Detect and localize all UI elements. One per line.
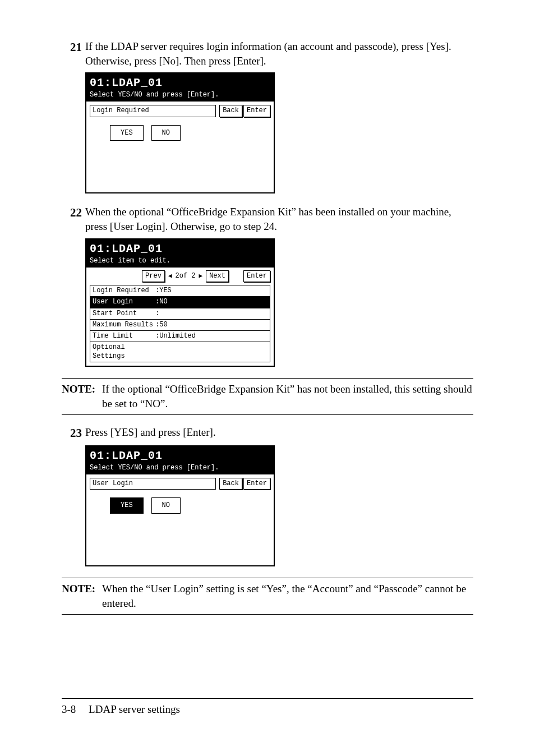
note-block: NOTE: When the “User Login” setting is s… xyxy=(62,578,473,614)
note-block: NOTE: If the optional “OfficeBridge Expa… xyxy=(62,378,473,414)
list-item-selected[interactable]: User Login:NO xyxy=(90,296,270,308)
lcd-title: 01:LDAP_01 xyxy=(90,241,270,256)
list-item[interactable]: Time Limit:Unlimited xyxy=(90,330,270,342)
step-22: 22 When the optional “OfficeBridge Expan… xyxy=(62,205,473,233)
step-23: 23 Press [YES] and press [Enter]. xyxy=(62,425,473,441)
list-item[interactable]: Optional Settings xyxy=(90,342,270,362)
back-button[interactable]: Back xyxy=(219,105,242,117)
step-text: When the optional “OfficeBridge Expansio… xyxy=(85,205,473,233)
note-text: If the optional “OfficeBridge Expansion … xyxy=(102,382,473,411)
lcd-screen-login-required: 01:LDAP_01 Select YES/NO and press [Ente… xyxy=(85,72,275,193)
next-button[interactable]: Next xyxy=(206,270,229,282)
enter-button[interactable]: Enter xyxy=(243,105,270,117)
enter-button[interactable]: Enter xyxy=(243,478,270,490)
note-label: NOTE: xyxy=(62,582,102,610)
list-item[interactable]: Login Required:YES xyxy=(90,285,270,297)
triangle-left-icon: ◀ xyxy=(168,272,172,280)
lcd-title: 01:LDAP_01 xyxy=(90,448,270,463)
page-footer: 3-8 LDAP server settings xyxy=(62,698,473,717)
lcd-subtitle: Select YES/NO and press [Enter]. xyxy=(90,463,270,472)
no-option[interactable]: NO xyxy=(151,125,181,141)
lcd-subtitle: Select item to edit. xyxy=(90,256,270,265)
lcd-title: 01:LDAP_01 xyxy=(90,75,270,90)
page-number: 3-8 xyxy=(62,703,76,715)
lcd-subtitle: Select YES/NO and press [Enter]. xyxy=(90,90,270,99)
enter-button[interactable]: Enter xyxy=(243,270,270,282)
footer-title: LDAP server settings xyxy=(89,703,180,715)
step-number: 23 xyxy=(62,425,85,441)
note-text: When the “User Login” setting is set “Ye… xyxy=(102,582,473,610)
step-number: 22 xyxy=(62,205,85,233)
field-user-login: User Login xyxy=(90,478,216,490)
back-button[interactable]: Back xyxy=(219,478,242,490)
lcd-screen-user-login: 01:LDAP_01 Select YES/NO and press [Ente… xyxy=(85,445,275,566)
yes-option[interactable]: YES xyxy=(110,125,144,141)
lcd-screen-item-list: 01:LDAP_01 Select item to edit. Prev ◀ 2… xyxy=(85,238,275,367)
field-login-required: Login Required xyxy=(90,105,216,117)
step-21: 21 If the LDAP server requires login inf… xyxy=(62,39,473,68)
list-item[interactable]: Start Point: xyxy=(90,308,270,320)
prev-button[interactable]: Prev xyxy=(142,270,165,282)
no-option[interactable]: NO xyxy=(151,497,181,513)
page-indicator: 2of 2 xyxy=(176,271,196,280)
step-text: Press [YES] and press [Enter]. xyxy=(85,425,473,441)
step-text: If the LDAP server requires login inform… xyxy=(85,39,473,68)
step-number: 21 xyxy=(62,39,85,68)
yes-option-selected[interactable]: YES xyxy=(110,497,144,513)
list-item[interactable]: Maximum Results:50 xyxy=(90,319,270,331)
note-label: NOTE: xyxy=(62,382,102,411)
triangle-right-icon: ▶ xyxy=(199,272,203,280)
